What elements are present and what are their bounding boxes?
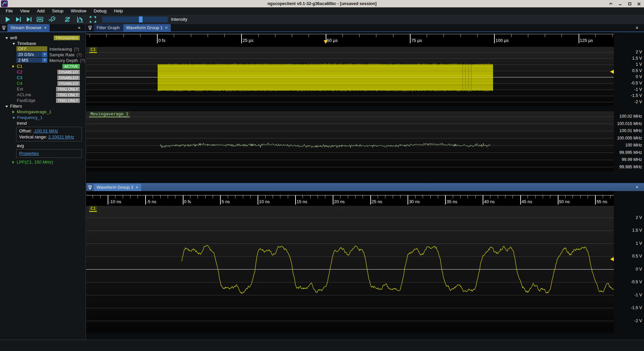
tab-stream-browser[interactable]: Stream Browser ×: [7, 24, 50, 32]
tree-row-lpf-c1-150-mhz-[interactable]: LPF(C1, 150 MHz): [0, 159, 85, 165]
axis-tick-label: 100.005 MHz: [617, 136, 642, 140]
tab-close-icon[interactable]: ×: [165, 24, 168, 32]
help-icon[interactable]: (?): [76, 52, 82, 57]
tree-row-c4[interactable]: C4DISABLED: [0, 80, 85, 86]
play-icon[interactable]: [3, 15, 12, 23]
ruler-minor-tick: [588, 195, 588, 198]
tree-row-timebase[interactable]: Timebase: [0, 41, 85, 46]
axis-tick-label: -1.5 V: [631, 305, 642, 310]
menu-window[interactable]: Window: [67, 7, 90, 15]
y-axis-c1[interactable]: 2 V1.5 V1 V0.5 V0 V-0.5 V-1 V-1.5 V-2 V: [614, 47, 644, 106]
channel-label-movingaverage[interactable]: Movingaverage_1: [89, 111, 130, 117]
intensity-slider-handle[interactable]: [139, 16, 143, 22]
sidebar-close-icon[interactable]: ×: [76, 25, 82, 31]
tree-row-c2[interactable]: C2DISABLED: [0, 69, 85, 75]
ruler-minor-tick: [140, 34, 141, 37]
expand-arrow-icon[interactable]: [12, 161, 14, 164]
ruler-major-tick: [183, 195, 183, 204]
y-axis-movingaverage[interactable]: 100.02 MHz100.015 MHz100.01 MHz100.005 M…: [614, 111, 644, 172]
menu-file[interactable]: File: [2, 7, 16, 15]
ruler-major-tick: [494, 34, 495, 43]
tree-row-trend[interactable]: trend: [0, 120, 85, 126]
trigger-position-arrow-icon[interactable]: [324, 40, 328, 44]
ruler-minor-tick: [280, 195, 280, 198]
menu-debug[interactable]: Debug: [90, 7, 110, 15]
ruler-minor-tick: [288, 195, 288, 198]
tab-close-icon[interactable]: ×: [136, 184, 138, 191]
dropdown-sample-rate[interactable]: 20 GS/s▼: [16, 52, 47, 57]
ruler-minor-tick: [318, 195, 318, 198]
menu-add[interactable]: Add: [33, 7, 48, 15]
intensity-slider[interactable]: [102, 16, 168, 22]
waveform-canvas-c1[interactable]: C1: [86, 47, 614, 106]
tree-row-c3[interactable]: C3DISABLED: [0, 75, 85, 80]
tree-row-filters[interactable]: Filters: [0, 103, 85, 109]
menu-help[interactable]: Help: [110, 7, 127, 15]
tree-row-c1[interactable]: C1ACTIVE: [0, 63, 85, 69]
tree-row-ext[interactable]: ExtTRIG ONLY: [0, 86, 85, 92]
dropdown-arrow-icon[interactable]: ▼: [42, 52, 47, 57]
tree-row-sample-rate[interactable]: 20 GS/s▼Sample Rate(?): [0, 52, 85, 58]
ruler-minor-tick: [528, 195, 528, 198]
collapse-arrow-icon[interactable]: [12, 43, 15, 45]
timeline-ruler-group3[interactable]: -10 ns-5 ns0 fs5 ns10 ns15 ns20 ns25 ns3…: [86, 191, 614, 206]
group3-close-icon[interactable]: ×: [634, 184, 640, 190]
tree-row-avg[interactable]: avg: [0, 143, 85, 149]
step-single-icon[interactable]: [14, 15, 23, 23]
link-2-10021-mhz[interactable]: 2.10021 MHz: [48, 134, 74, 139]
tree-row-wr8[interactable]: wr8TRIGGERED: [0, 35, 85, 41]
tab-waveform-group-1[interactable]: Waveform Group 1×: [123, 24, 171, 32]
ruler-minor-tick: [385, 195, 385, 198]
trigger-level-arrow-icon[interactable]: [610, 70, 614, 74]
link-properties[interactable]: Properties: [19, 151, 39, 156]
trigger-level-arrow-icon[interactable]: [610, 257, 614, 261]
channel-label-c1[interactable]: C1: [89, 206, 97, 212]
tree-row-memory-depth[interactable]: 2 MS▼Memory Depth(?): [0, 58, 85, 63]
close-icon[interactable]: [637, 1, 641, 6]
tab-waveform-group-3[interactable]: Waveform Group 3 ×: [94, 184, 141, 191]
tab-close-icon[interactable]: ×: [44, 24, 47, 32]
help-icon[interactable]: (?): [74, 47, 79, 52]
tree-row-movingaverage-1[interactable]: Movingaverage_1: [0, 109, 85, 115]
ruler-tick-label: 35 ns: [446, 199, 457, 204]
window-menu-icon[interactable]: [86, 24, 94, 32]
link--100-01-mhz[interactable]: -100.01 MHz: [33, 128, 58, 133]
tab-filter-graph[interactable]: Filter Graph: [94, 24, 123, 32]
minimize-icon[interactable]: [618, 1, 623, 6]
tree-row-acline[interactable]: ACLineTRIG ONLY: [0, 92, 85, 98]
window-menu-icon[interactable]: [86, 184, 94, 191]
ruler-major-tick: [370, 195, 371, 204]
tree-row-fastedge[interactable]: FastEdgeTRIG ONLY: [0, 98, 85, 103]
y-axis-c1-group3[interactable]: 2 V1.5 V1 V0.5 V0 V-0.5 V-1 V-1.5 V-2 V: [614, 206, 644, 333]
waveform-canvas-c1-group3[interactable]: C1: [86, 206, 614, 333]
group3-titlebar[interactable]: Waveform Group 3 × ×: [86, 183, 644, 191]
expand-arrow-icon[interactable]: [12, 65, 14, 68]
tree-row-interleaving[interactable]: OFFInterleaving(?): [0, 46, 85, 52]
collapse-arrow-icon[interactable]: [12, 117, 15, 119]
timeline-ruler-group1[interactable]: 0 fs25 µs50 µs75 µs100 µs125 µs: [86, 32, 614, 47]
refresh-settings-icon[interactable]: [63, 15, 72, 23]
channel-label-c1[interactable]: C1: [89, 47, 97, 53]
help-icon[interactable]: (?): [80, 58, 85, 63]
expand-arrow-icon[interactable]: [12, 111, 14, 113]
menu-view[interactable]: View: [16, 7, 33, 15]
fullscreen-icon[interactable]: [89, 15, 97, 23]
tree-row-frequency-1[interactable]: Frequency_1: [0, 115, 85, 120]
menu-setup[interactable]: Setup: [48, 7, 67, 15]
maximize-icon[interactable]: [627, 1, 632, 6]
window-menu-icon[interactable]: [0, 24, 7, 32]
axis-tick-label: 100.01 MHz: [620, 128, 642, 133]
waveform-icon[interactable]: [36, 15, 44, 23]
step-multi-icon[interactable]: [25, 15, 34, 23]
shade-icon[interactable]: [608, 1, 613, 6]
history-icon[interactable]: [48, 15, 56, 23]
dropdown-memory-depth[interactable]: 2 MS▼: [16, 58, 47, 63]
setting-button-interleaving[interactable]: OFF: [16, 46, 47, 51]
collapse-arrow-icon[interactable]: [5, 106, 8, 108]
dropdown-arrow-icon[interactable]: ▼: [42, 58, 47, 63]
filter-curve-icon[interactable]: [76, 15, 85, 23]
main-close-icon[interactable]: ×: [634, 25, 640, 31]
waveform-canvas-movingaverage[interactable]: Movingaverage_1: [86, 111, 614, 172]
window-title: ngscopeclient v0.1-32-g36aca60bc - [unsa…: [0, 1, 644, 6]
collapse-arrow-icon[interactable]: [5, 37, 8, 39]
